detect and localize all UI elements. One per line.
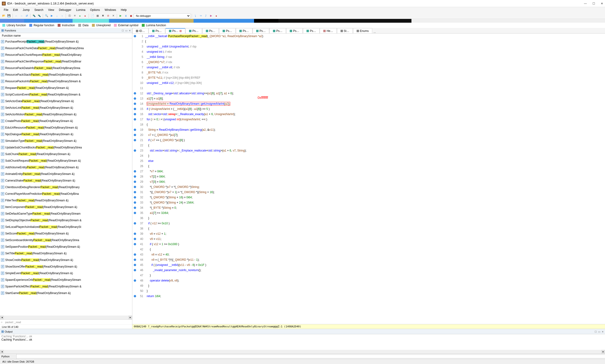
function-row[interactable]: fResourcePackChunkDataPacket::_read(Read… bbox=[0, 45, 132, 52]
function-row[interactable]: fSetSpawnPositionPacket::_read(ReadOnlyB… bbox=[0, 244, 132, 250]
line-number[interactable]: 26 bbox=[132, 164, 145, 169]
pseudocode-view[interactable]: 0xffffffff 1__int64 __fastcall PurchaseR… bbox=[132, 34, 605, 324]
code-line[interactable]: 51 return 1i64; bbox=[132, 294, 605, 299]
line-number[interactable]: 34 bbox=[132, 205, 145, 210]
code-line[interactable]: 18 { bbox=[132, 122, 605, 127]
tab-close-icon[interactable]: ⊠ bbox=[179, 29, 182, 33]
breakpoint-dot[interactable] bbox=[134, 201, 136, 204]
code-text[interactable]: a1[7] += 32i64; bbox=[145, 210, 169, 216]
code-line[interactable]: 31 *((_OWORD *)v7 + 1) = *(_OWORD *)(Str… bbox=[132, 190, 605, 195]
line-number[interactable]: 16 bbox=[132, 112, 145, 117]
close-button[interactable]: ✕ bbox=[601, 2, 603, 5]
breakpoint-dot[interactable] bbox=[134, 269, 136, 271]
code-text[interactable]: unsigned __int64 UnsignedVarInt; // rbp bbox=[145, 44, 196, 49]
code-line[interactable]: 30 *(_OWORD *)v7 = *(_OWORD *)String; bbox=[132, 184, 605, 190]
function-row[interactable]: fPurchaseReceiptPacket::_read(ReadOnlyBi… bbox=[0, 38, 132, 45]
step-into-icon[interactable]: ⤵ bbox=[193, 13, 198, 18]
breakpoint-dot[interactable] bbox=[134, 264, 136, 266]
function-row[interactable]: fShowCreditsPacket::_read(ReadOnlyBinary… bbox=[0, 257, 132, 263]
code-text[interactable]: *(_OWORD *)v7 = *(_OWORD *)String; bbox=[145, 184, 199, 190]
code-line[interactable]: 4 unsigned int i; // ebx bbox=[132, 49, 605, 54]
line-number[interactable]: 18 bbox=[132, 122, 145, 127]
scroll-left-icon[interactable]: ◂ bbox=[0, 315, 4, 319]
code-text[interactable]: *v7 = 0i64; bbox=[145, 169, 163, 174]
line-number[interactable]: 7 bbox=[132, 65, 145, 70]
menu-windows[interactable]: Windows bbox=[103, 8, 118, 12]
menu-search[interactable]: Search bbox=[32, 8, 45, 12]
code-line[interactable]: 24 } bbox=[132, 153, 605, 158]
function-row[interactable]: fResourcePacksInfoPacket::_read(ReadOnly… bbox=[0, 78, 132, 85]
line-number[interactable]: 9 bbox=[132, 75, 145, 80]
code-text[interactable]: if ( v12 + 1 >= 0x1000 ) bbox=[145, 242, 179, 247]
line-number[interactable]: 6 bbox=[132, 60, 145, 65]
code-text[interactable]: } bbox=[145, 288, 148, 294]
line-number[interactable]: 2 bbox=[132, 39, 145, 44]
tab-overflow-icon[interactable]: … bbox=[373, 31, 377, 33]
step-out-icon[interactable]: ⤴ bbox=[204, 13, 208, 18]
breakpoint-dot[interactable] bbox=[134, 170, 136, 172]
breakpoint-dot[interactable] bbox=[134, 175, 136, 178]
code-line[interactable]: 22 { bbox=[132, 143, 605, 148]
function-row[interactable]: fCreatePhotoPacket::_read(ReadOnlyBinary… bbox=[0, 118, 132, 124]
code-line[interactable]: 35 a1[7] += 32i64; bbox=[132, 210, 605, 216]
line-number[interactable]: 32 bbox=[132, 195, 145, 200]
line-number[interactable]: 41 bbox=[132, 242, 145, 247]
circle-green-icon[interactable]: ● bbox=[77, 13, 82, 18]
debug-stop-icon[interactable]: ⏹ bbox=[129, 13, 133, 18]
search-icon[interactable]: 🔦 bbox=[32, 13, 36, 18]
function-row[interactable]: fRespawnPacket::_read(ReadOnlyBinaryStre… bbox=[0, 85, 132, 91]
breakpoint-dot[interactable] bbox=[134, 181, 136, 183]
line-number[interactable]: 37 bbox=[132, 221, 145, 226]
panel-dock-icon[interactable]: ☐ bbox=[595, 330, 597, 333]
tool-a-icon[interactable]: Ⓐ bbox=[67, 13, 72, 18]
code-text[interactable]: if ( UnsignedVarInt > (__int64)(a1[8] - … bbox=[145, 106, 210, 112]
code-line[interactable]: 37 if ( v12 >= 0x10 ) bbox=[132, 221, 605, 226]
code-line[interactable]: 47 } bbox=[132, 273, 605, 278]
arrow-left-icon[interactable]: ← bbox=[14, 13, 19, 18]
line-number[interactable]: 23 bbox=[132, 148, 145, 153]
breakpoint-dot[interactable] bbox=[134, 259, 136, 261]
editor-tab[interactable]: Ps… bbox=[286, 28, 303, 33]
breakpoint-dot[interactable] bbox=[134, 149, 136, 152]
code-text[interactable]: if ( v7 == (_QWORD *)a1[8] ) bbox=[145, 138, 185, 143]
code-text[interactable]: return 1i64; bbox=[145, 294, 161, 299]
code-line[interactable]: 19 String = ReadOnlyBinaryStream::getStr… bbox=[132, 127, 605, 132]
function-row[interactable]: fSetActorMotionPacket::_read(ReadOnlyBin… bbox=[0, 111, 132, 118]
code-line[interactable]: 16 std::vector<std::string>::_Reallocate… bbox=[132, 112, 605, 117]
breakpoint-dot[interactable] bbox=[134, 212, 136, 214]
code-text[interactable]: unsigned __int64 v8; // rdx bbox=[145, 65, 180, 70]
function-row[interactable]: fFilterTextPacket::_read(ReadOnlyBinaryS… bbox=[0, 197, 132, 204]
line-number[interactable]: 21 bbox=[132, 138, 145, 143]
function-row[interactable]: fResourcePackClientResponsePacket::_read… bbox=[0, 58, 132, 65]
code-line[interactable]: 34 *(_BYTE *)String = 0; bbox=[132, 205, 605, 210]
code-line[interactable]: 40 v9 = v11; bbox=[132, 236, 605, 242]
code-text[interactable]: UnsignedVarInt = ReadOnlyBinaryStream::g… bbox=[145, 101, 230, 106]
line-number[interactable]: 1 bbox=[132, 34, 145, 39]
editor-tab[interactable]: He… bbox=[320, 28, 336, 33]
function-row[interactable]: fResourcePackDataInfoPacket::_read(ReadO… bbox=[0, 65, 132, 71]
code-line[interactable]: 9 _BYTE *v11; // [rsp+20h] [rbp-48h] BYR… bbox=[132, 75, 605, 80]
line-number[interactable]: 27 bbox=[132, 169, 145, 174]
code-line[interactable]: 15 if ( UnsignedVarInt > (__int64)(a1[8]… bbox=[132, 106, 605, 112]
code-line[interactable]: 42 { bbox=[132, 247, 605, 252]
line-number[interactable]: 20 bbox=[132, 132, 145, 138]
up-icon[interactable]: ↑ bbox=[60, 13, 64, 18]
breakpoint-dot[interactable] bbox=[134, 103, 136, 105]
code-line[interactable]: 8 _BYTE *v9; // rcx bbox=[132, 70, 605, 75]
code-line[interactable]: 12 std::_Destroy_range<std::allocator<st… bbox=[132, 91, 605, 96]
output-header[interactable]: Output ☐▭✕ bbox=[0, 329, 605, 334]
nav-chunk[interactable] bbox=[24, 19, 73, 23]
open-icon[interactable]: 📂 bbox=[1, 13, 6, 18]
code-text[interactable]: { bbox=[145, 122, 148, 127]
editor-tab[interactable]: Ps… ⊠ bbox=[166, 28, 185, 33]
panel-close-icon[interactable]: ✕ bbox=[602, 330, 604, 333]
code-text[interactable]: } bbox=[145, 216, 149, 221]
line-number[interactable]: 36 bbox=[132, 216, 145, 221]
line-number[interactable]: 51 bbox=[132, 294, 145, 299]
panel-dock-icon[interactable]: ☐ bbox=[122, 29, 124, 32]
line-number[interactable]: 22 bbox=[132, 143, 145, 148]
line-number[interactable]: 46 bbox=[132, 268, 145, 273]
editor-tab[interactable]: ID… bbox=[132, 28, 148, 33]
code-text[interactable]: _QWORD *v7; // rdx bbox=[145, 60, 172, 65]
menu-help[interactable]: Help bbox=[119, 8, 129, 12]
